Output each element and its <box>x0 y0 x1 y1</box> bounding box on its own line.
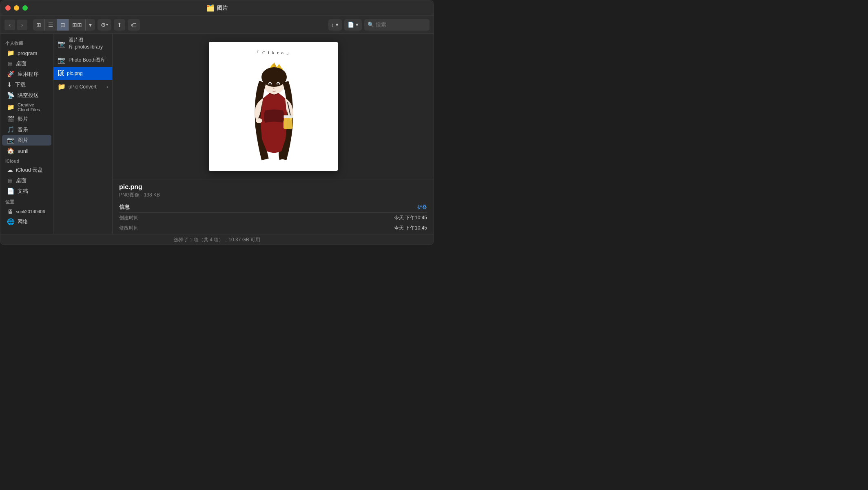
svg-point-15 <box>256 118 262 123</box>
info-section: 信息 折叠 创建时间 今天 下午10:45 修改时间 今天 下午10:45 <box>119 202 427 234</box>
cloud-folder-icon: 📁 <box>7 104 15 111</box>
movies-icon: 🎬 <box>7 115 15 123</box>
sidebar-item-network[interactable]: 🌐 网络 <box>2 216 51 227</box>
collapse-button[interactable]: 折叠 <box>417 204 427 211</box>
sidebar-item-mac[interactable]: 🖥 sunli20140406 <box>2 206 51 216</box>
column-view-button[interactable]: ⊟ <box>57 19 69 31</box>
sidebar-item-desktop1[interactable]: 🖥 桌面 <box>2 58 51 69</box>
list-view-button[interactable]: ☰ <box>45 19 57 31</box>
folder-icon: 🗂️ <box>206 4 215 12</box>
modified-label: 修改时间 <box>119 225 139 232</box>
settings-arrow: ▾ <box>106 22 108 27</box>
svg-text:「 C i k r o 」: 「 C i k r o 」 <box>255 50 292 55</box>
svg-point-9 <box>269 83 271 85</box>
sidebar-item-movies[interactable]: 🎬 影片 <box>2 114 51 124</box>
created-row: 创建时间 今天 下午10:45 <box>119 213 427 223</box>
file-name: pic.png <box>119 183 427 191</box>
sidebar-item-program[interactable]: 📁 program <box>2 48 51 58</box>
statusbar: 选择了 1 项（共 4 项），10.37 GB 可用 <box>0 234 434 245</box>
file-info-section: pic.png PNG图像 - 138 KB 信息 折叠 创建时间 今天 下午1… <box>113 179 434 234</box>
file-item[interactable]: 📷 Photo Booth图库 <box>53 53 112 67</box>
minimize-button[interactable] <box>14 5 19 11</box>
settings-button[interactable]: ⚙ ▾ <box>97 19 111 31</box>
preview-panel: 「 C i k r o 」 <box>113 34 434 234</box>
status-text: 选择了 1 项（共 4 项），10.37 GB 可用 <box>174 236 261 243</box>
sidebar-item-icloud-desktop[interactable]: 🖥 桌面 <box>2 175 51 186</box>
search-wrapper: 🔍 <box>364 19 430 31</box>
view-options-button[interactable]: ▾ <box>86 19 95 31</box>
modified-value: 今天 下午10:45 <box>394 225 427 232</box>
tag-button[interactable]: 🏷 <box>128 19 140 31</box>
maximize-button[interactable] <box>22 5 28 11</box>
window-title: 🗂️ 图片 <box>206 4 228 12</box>
toolbar: ‹ › ⊞ ☰ ⊟ ⊞⊞ ▾ ⚙ ▾ ⬆ 🏷 ↕ ▾ 📄 ▾ 🔍 <box>0 16 434 34</box>
file-info-icon: 📄 <box>348 22 354 28</box>
created-value: 今天 下午10:45 <box>394 214 427 221</box>
sidebar-item-creative-cloud[interactable]: 📁 Creative Cloud Files <box>2 101 51 114</box>
airdrop-icon: 📡 <box>7 92 15 99</box>
file-info-arrow: ▾ <box>356 22 359 28</box>
tag-icon: 🏷 <box>131 22 137 28</box>
image-container: 「 C i k r o 」 <box>209 42 338 171</box>
svg-point-10 <box>277 83 279 85</box>
file-info-dropdown[interactable]: 📄 ▾ <box>344 19 362 31</box>
sidebar: 个人收藏 📁 program 🖥 桌面 🚀 应用程序 ⬇ 下载 📡 隔空投送 📁… <box>0 34 53 234</box>
info-header: 信息 折叠 <box>119 202 427 213</box>
share-icon: ⬆ <box>117 22 122 28</box>
sidebar-item-pictures[interactable]: 📷 图片 <box>2 135 51 146</box>
file-meta: PNG图像 - 138 KB <box>119 192 427 199</box>
sidebar-section-personal: 个人收藏 <box>0 38 53 48</box>
chevron-right-icon: › <box>106 84 108 90</box>
file-item[interactable]: 📁 uPic Convert › <box>53 80 112 93</box>
titlebar: 🗂️ 图片 <box>0 0 434 16</box>
sidebar-item-apps[interactable]: 🚀 应用程序 <box>2 69 51 79</box>
traffic-lights <box>5 5 28 11</box>
file-list-panel: 📷 照片图库.photoslibrary 📷 Photo Booth图库 🖼 p… <box>53 34 113 234</box>
network-icon: 🌐 <box>7 218 15 225</box>
search-input[interactable] <box>364 19 430 31</box>
info-title: 信息 <box>119 203 130 211</box>
sidebar-item-icloud-drive[interactable]: ☁ iCloud 云盘 <box>2 165 51 175</box>
folder-upic-icon: 📁 <box>58 83 66 90</box>
home-icon: 🏠 <box>7 147 15 155</box>
share-button[interactable]: ⬆ <box>114 19 125 31</box>
sidebar-item-music[interactable]: 🎵 音乐 <box>2 124 51 135</box>
forward-button[interactable]: › <box>17 20 27 30</box>
view-mode-group: ⊞ ☰ ⊟ ⊞⊞ ▾ <box>33 19 95 31</box>
sort-icon: ↕ <box>332 22 334 28</box>
desktop-icon: 🖥 <box>7 60 13 67</box>
sidebar-section-location: 位置 <box>0 196 53 206</box>
modified-row: 修改时间 今天 下午10:45 <box>119 223 427 233</box>
png-icon: 🖼 <box>58 70 64 77</box>
back-button[interactable]: ‹ <box>4 20 15 30</box>
title-text: 图片 <box>217 4 228 12</box>
file-item-selected[interactable]: 🖼 pic.png <box>53 67 112 80</box>
sort-dropdown[interactable]: ↕ ▾ <box>328 19 342 31</box>
file-item[interactable]: 📷 照片图库.photoslibrary <box>53 34 112 53</box>
created-label: 创建时间 <box>119 214 139 221</box>
doc-icon: 📄 <box>7 188 15 195</box>
icon-view-button[interactable]: ⊞ <box>33 19 45 31</box>
preview-content: 「 C i k r o 」 <box>113 34 434 179</box>
photolibrary-icon: 📷 <box>58 40 66 48</box>
nav-buttons: ‹ › <box>4 20 27 30</box>
icloud-icon: ☁ <box>7 166 13 174</box>
preview-image: 「 C i k r o 」 <box>212 45 334 168</box>
pictures-icon: 📷 <box>7 137 15 144</box>
sidebar-item-downloads[interactable]: ⬇ 下载 <box>2 79 51 90</box>
close-button[interactable] <box>5 5 11 11</box>
sidebar-item-documents[interactable]: 📄 文稿 <box>2 186 51 196</box>
svg-rect-12 <box>283 117 292 129</box>
desktop2-icon: 🖥 <box>7 177 13 184</box>
music-icon: 🎵 <box>7 126 15 133</box>
download-icon: ⬇ <box>7 81 12 88</box>
gear-icon: ⚙ <box>101 22 106 28</box>
sidebar-item-home[interactable]: 🏠 sunli <box>2 146 51 156</box>
computer-icon: 🖥 <box>7 208 13 215</box>
sort-arrow: ▾ <box>336 22 339 28</box>
main-layout: 个人收藏 📁 program 🖥 桌面 🚀 应用程序 ⬇ 下载 📡 隔空投送 📁… <box>0 34 434 234</box>
gallery-view-button[interactable]: ⊞⊞ <box>69 19 86 31</box>
folder-icon: 📁 <box>7 49 15 57</box>
photobooth-icon: 📷 <box>58 56 66 64</box>
sidebar-item-airdrop[interactable]: 📡 隔空投送 <box>2 90 51 101</box>
